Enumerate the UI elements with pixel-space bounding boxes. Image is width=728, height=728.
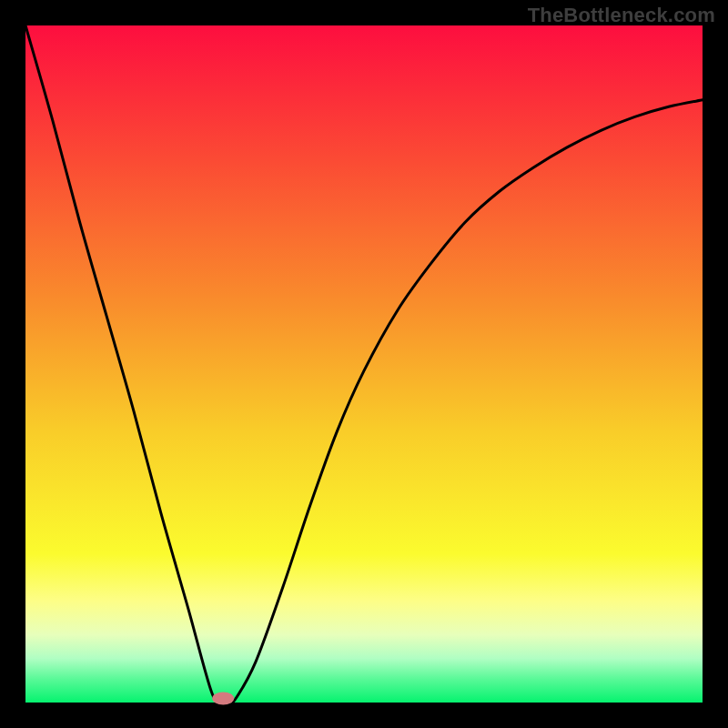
optimal-point-marker: [212, 693, 234, 705]
bottleneck-chart: [0, 0, 728, 728]
chart-frame: TheBottleneck.com: [0, 0, 728, 728]
plot-background: [25, 25, 703, 703]
